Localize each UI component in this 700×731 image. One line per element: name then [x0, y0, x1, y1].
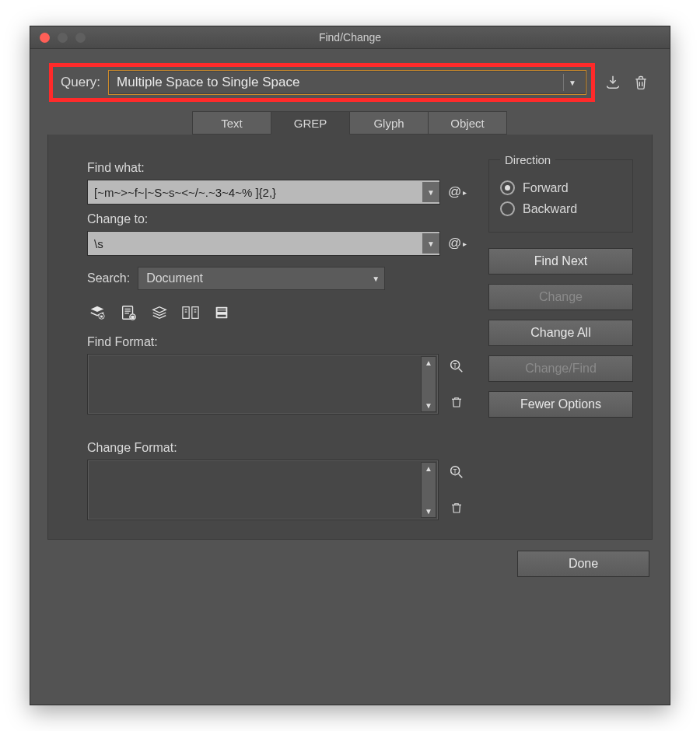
query-dropdown[interactable]: Multiple Space to Single Space ▼ — [108, 70, 586, 95]
clear-find-format-icon[interactable] — [450, 390, 464, 414]
chevron-down-icon: ▼ — [563, 74, 581, 91]
fewer-options-button[interactable]: Fewer Options — [488, 391, 633, 418]
change-format-box[interactable]: ▲▼ — [87, 460, 439, 520]
tab-object[interactable]: Object — [428, 111, 507, 135]
footnotes-icon[interactable] — [212, 303, 232, 323]
footer: Done — [30, 551, 670, 593]
close-window-button[interactable] — [40, 33, 50, 43]
svg-text:T: T — [453, 362, 457, 369]
find-change-window: Find/Change Query: Multiple Space to Sin… — [30, 26, 670, 705]
locked-layers-icon[interactable] — [87, 303, 107, 323]
change-format-label: Change Format: — [87, 441, 467, 455]
special-chars-find-icon[interactable]: @▸ — [448, 184, 467, 200]
titlebar: Find/Change — [30, 26, 670, 49]
tab-bar: Text GREP Glyph Object — [30, 111, 670, 135]
hidden-layers-icon[interactable] — [149, 303, 170, 323]
maximize-window-button[interactable] — [75, 33, 86, 43]
locked-stories-icon[interactable] — [118, 303, 138, 323]
chevron-down-icon: ▼ — [372, 275, 380, 283]
svg-text:T: T — [453, 468, 457, 475]
find-next-button[interactable]: Find Next — [488, 248, 633, 275]
query-highlight: Query: Multiple Space to Single Space ▼ — [49, 63, 595, 102]
svg-rect-8 — [218, 309, 226, 310]
change-to-field[interactable]: \s ▼ — [87, 231, 440, 256]
save-query-icon[interactable] — [603, 72, 623, 93]
window-controls — [30, 33, 86, 43]
right-column: Direction Forward Backward Find Next Cha… — [488, 153, 633, 520]
tab-text[interactable]: Text — [192, 111, 271, 135]
svg-rect-5 — [183, 307, 189, 319]
specify-find-format-icon[interactable]: T — [448, 354, 465, 379]
main-panel: Find what: [~m~>~f~|~S~s~<~/~.~3~4~% ]{2… — [47, 135, 653, 540]
find-what-label: Find what: — [87, 161, 467, 175]
svg-rect-9 — [218, 310, 226, 312]
special-chars-change-icon[interactable]: @▸ — [448, 236, 467, 251]
find-what-value: [~m~>~f~|~S~s~<~/~.~3~4~% ]{2,} — [94, 186, 276, 199]
specify-change-format-icon[interactable]: T — [448, 460, 465, 484]
query-row: Query: Multiple Space to Single Space ▼ — [30, 49, 670, 108]
done-button[interactable]: Done — [517, 551, 649, 577]
direction-forward-radio[interactable]: Forward — [500, 180, 621, 195]
radio-icon — [500, 180, 515, 195]
radio-icon — [500, 201, 515, 216]
chevron-down-icon: ▼ — [422, 233, 439, 254]
minimize-window-button[interactable] — [58, 33, 68, 43]
direction-backward-radio[interactable]: Backward — [500, 201, 621, 216]
direction-legend: Direction — [500, 153, 555, 166]
find-format-box[interactable]: ▲▼ — [87, 354, 439, 414]
find-what-field[interactable]: [~m~>~f~|~S~s~<~/~.~3~4~% ]{2,} ▼ — [87, 180, 440, 205]
change-all-button[interactable]: Change All — [488, 320, 633, 346]
tab-glyph[interactable]: Glyph — [349, 111, 429, 135]
svg-rect-4 — [131, 317, 134, 319]
change-button[interactable]: Change — [488, 284, 633, 310]
search-scope-label: Search: — [87, 271, 130, 285]
direction-group: Direction Forward Backward — [488, 153, 633, 233]
left-column: Find what: [~m~>~f~|~S~s~<~/~.~3~4~% ]{2… — [87, 153, 467, 520]
query-label: Query: — [61, 75, 100, 90]
search-options-toolbar — [87, 303, 467, 323]
tab-grep[interactable]: GREP — [271, 111, 350, 135]
change-to-value: \s — [94, 237, 103, 250]
chevron-down-icon: ▼ — [422, 182, 439, 202]
search-scope-value: Document — [146, 271, 203, 285]
delete-query-icon[interactable] — [631, 72, 651, 93]
svg-rect-1 — [100, 316, 103, 318]
clear-change-format-icon[interactable] — [450, 495, 464, 520]
scrollbar[interactable]: ▲▼ — [421, 462, 436, 518]
scrollbar[interactable]: ▲▼ — [421, 356, 436, 412]
change-to-label: Change to: — [87, 212, 467, 226]
svg-rect-10 — [218, 315, 226, 317]
find-format-label: Find Format: — [87, 335, 467, 349]
query-value: Multiple Space to Single Space — [117, 75, 299, 90]
master-pages-icon[interactable] — [180, 303, 201, 323]
svg-rect-6 — [192, 307, 198, 319]
search-scope-dropdown[interactable]: Document ▼ — [138, 267, 385, 290]
window-title: Find/Change — [30, 31, 670, 44]
change-find-button[interactable]: Change/Find — [488, 355, 633, 382]
